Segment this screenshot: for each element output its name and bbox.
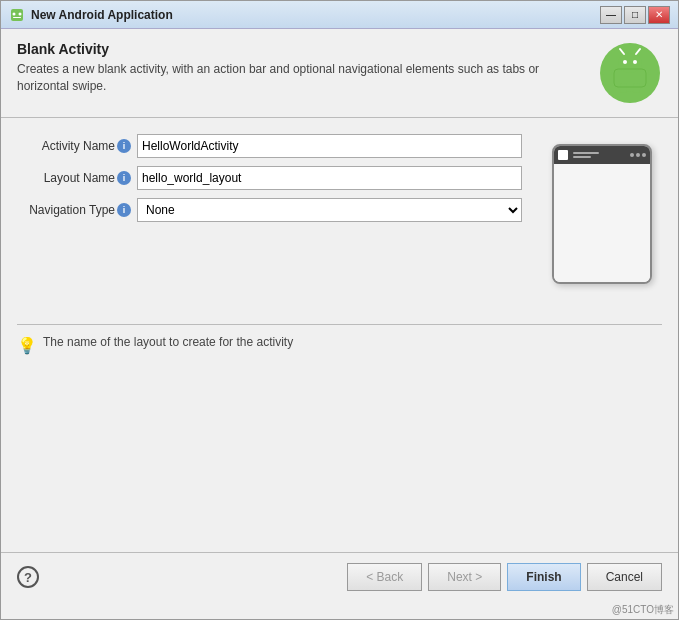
help-button[interactable]: ? (17, 566, 39, 588)
navigation-type-info-icon[interactable]: i (117, 203, 131, 217)
svg-point-8 (623, 60, 627, 64)
phone-title-line-2 (573, 156, 591, 158)
svg-rect-3 (13, 17, 21, 18)
hint-row: 💡 The name of the layout to create for t… (17, 335, 662, 355)
header-text: Blank Activity Creates a new blank activ… (17, 41, 586, 95)
navigation-type-select[interactable]: None Tabs Swipe Dropdown (137, 198, 522, 222)
svg-rect-14 (620, 83, 627, 93)
back-button[interactable]: < Back (347, 563, 422, 591)
phone-nav-icon (558, 150, 568, 160)
next-button[interactable]: Next > (428, 563, 501, 591)
svg-point-9 (633, 60, 637, 64)
title-bar-controls: — □ ✕ (600, 6, 670, 24)
layout-name-info-icon[interactable]: i (117, 171, 131, 185)
phone-title-lines (571, 152, 627, 158)
page-description: Creates a new blank activity, with an ac… (17, 61, 586, 95)
form-section: Activity Name i Layout Name i Na (17, 134, 522, 320)
maximize-button[interactable]: □ (624, 6, 646, 24)
hint-bulb-icon: 💡 (17, 336, 37, 355)
svg-rect-13 (648, 70, 658, 75)
finish-button[interactable]: Finish (507, 563, 580, 591)
activity-name-info-icon[interactable]: i (117, 139, 131, 153)
android-logo (598, 41, 662, 105)
dot-1 (630, 153, 634, 157)
close-button[interactable]: ✕ (648, 6, 670, 24)
activity-name-row: Activity Name i (17, 134, 522, 158)
activity-name-input[interactable] (137, 134, 522, 158)
layout-name-row: Layout Name i (17, 166, 522, 190)
layout-name-input[interactable] (137, 166, 522, 190)
svg-point-2 (19, 12, 22, 15)
window-title: New Android Application (31, 8, 600, 22)
dialog-content: Blank Activity Creates a new blank activ… (1, 29, 678, 552)
hint-section: 💡 The name of the layout to create for t… (17, 324, 662, 355)
svg-point-1 (13, 12, 16, 15)
phone-body (554, 164, 650, 282)
minimize-button[interactable]: — (600, 6, 622, 24)
main-area: Activity Name i Layout Name i Na (17, 134, 662, 320)
main-window: New Android Application — □ ✕ Blank Acti… (0, 0, 679, 620)
phone-status-bar (554, 146, 650, 164)
bottom-bar: ? < Back Next > Finish Cancel (1, 552, 678, 601)
phone-overflow-icon (630, 153, 646, 157)
activity-name-label: Activity Name i (17, 139, 137, 153)
phone-title-line-1 (573, 152, 599, 154)
hint-text: The name of the layout to create for the… (43, 335, 293, 349)
svg-rect-0 (11, 9, 23, 21)
watermark: @51CTO博客 (1, 601, 678, 619)
header-section: Blank Activity Creates a new blank activ… (17, 41, 662, 105)
phone-preview (542, 134, 662, 320)
navigation-type-row: Navigation Type i None Tabs Swipe Dropdo… (17, 198, 522, 222)
layout-name-label: Layout Name i (17, 171, 137, 185)
navigation-type-label: Navigation Type i (17, 203, 137, 217)
dot-3 (642, 153, 646, 157)
svg-rect-12 (602, 70, 612, 75)
phone-mockup (552, 144, 652, 284)
spacer (17, 355, 662, 541)
cancel-button[interactable]: Cancel (587, 563, 662, 591)
svg-rect-15 (633, 83, 640, 93)
header-divider (1, 117, 678, 118)
title-bar: New Android Application — □ ✕ (1, 1, 678, 29)
svg-point-7 (618, 53, 642, 73)
page-title: Blank Activity (17, 41, 586, 57)
action-buttons: < Back Next > Finish Cancel (347, 563, 662, 591)
dot-2 (636, 153, 640, 157)
window-icon (9, 7, 25, 23)
